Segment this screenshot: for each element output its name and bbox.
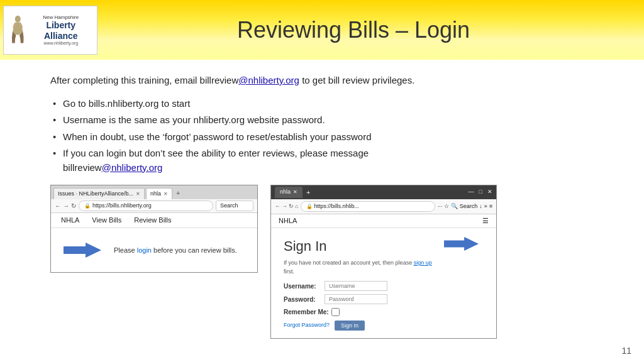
- bullet-item-2: Username is the same as your nhliberty.o…: [50, 113, 594, 128]
- main-content: After completing this training, email bi…: [0, 60, 644, 345]
- username-input[interactable]: [325, 281, 387, 291]
- page-number: 11: [621, 346, 631, 356]
- logo-main-text: Liberty Alliance: [30, 20, 92, 41]
- tab-nhla-right-label: nhla: [280, 188, 291, 197]
- login-link[interactable]: login: [137, 246, 152, 254]
- password-row: Password:: [284, 294, 444, 304]
- right-actions: ··· ☆ 🔍 Search ↓ » ≡: [438, 202, 492, 211]
- address-bar-right: ← → ↻ ⌂ 🔒 https://bills.nhlib... ··· ☆ 🔍…: [271, 199, 496, 214]
- bullet-item-1: Go to bills.nhliberty.org to start: [50, 97, 594, 111]
- new-tab-btn-left[interactable]: +: [174, 187, 182, 200]
- lock-icon-right: 🔒: [306, 203, 313, 211]
- logo-area: New Hampshire Liberty Alliance www.nhlib…: [0, 2, 101, 58]
- tab-nhla-left[interactable]: nhla ✕: [146, 188, 172, 199]
- nav-review-bills[interactable]: Review Bills: [134, 215, 171, 226]
- restore-btn[interactable]: □: [479, 188, 482, 197]
- intro-after: to get bill review privileges.: [299, 75, 414, 85]
- remember-me-label: Remember Me:: [284, 307, 329, 317]
- sign-in-note: If you have not created an account yet, …: [284, 259, 444, 276]
- arrow-left-icon: [64, 241, 101, 259]
- url-text-right: https://bills.nhlib...: [314, 202, 359, 211]
- tab-right-close[interactable]: ✕: [293, 189, 297, 196]
- sign-in-button[interactable]: Sign In: [335, 321, 365, 331]
- forward-btn[interactable]: →: [63, 201, 69, 211]
- nav-view-bills[interactable]: View Bills: [92, 215, 121, 226]
- forgot-password-link[interactable]: Forgot Password?: [284, 321, 330, 330]
- reload-btn-right[interactable]: ↻: [289, 202, 294, 211]
- minimize-btn[interactable]: —: [469, 188, 474, 197]
- logo-sub-text: www.nhliberty.org: [30, 41, 92, 45]
- intro-before: After completing this training, email bi…: [50, 75, 238, 85]
- nav-buttons-left: ← → ↻: [55, 201, 76, 211]
- address-bar-left: ← → ↻ 🔒 https://bills.nhliberty.org Sear…: [51, 199, 257, 213]
- hamburger-icon[interactable]: ☰: [482, 216, 489, 226]
- sign-in-form: Sign In If you have not created an accou…: [284, 236, 444, 331]
- email-link[interactable]: @nhliberty.org: [238, 75, 299, 85]
- tab-bar-left: Issues · NHLibertyAlliance/b... ✕ nhla ✕…: [51, 185, 257, 199]
- page-title: Reviewing Bills – Login: [101, 17, 644, 43]
- home-btn-right[interactable]: ⌂: [295, 202, 298, 211]
- window-controls: — □ ✕: [469, 188, 492, 197]
- svg-marker-2: [444, 237, 479, 251]
- remember-me-checkbox[interactable]: [331, 308, 340, 316]
- password-input[interactable]: [325, 294, 387, 304]
- more-btn[interactable]: ···: [438, 202, 443, 211]
- liberty-figure-icon: [9, 14, 26, 46]
- remember-me-row: Remember Me:: [284, 307, 444, 317]
- sign-up-link[interactable]: sign up: [414, 260, 432, 266]
- sign-in-heading: Sign In: [284, 236, 444, 256]
- back-btn-right[interactable]: ←: [275, 202, 280, 211]
- forgot-row: Forgot Password? Sign In: [284, 321, 444, 331]
- bullet4-part2: billreview: [63, 162, 102, 173]
- ext-btn[interactable]: »: [484, 202, 487, 211]
- bullet-list: Go to bills.nhliberty.org to start Usern…: [50, 97, 594, 175]
- download-btn[interactable]: ↓: [479, 202, 482, 211]
- right-content-area: Sign In If you have not created an accou…: [271, 228, 496, 338]
- browser-nav-left: NHLA View Bills Review Bills: [51, 213, 257, 228]
- logo-box: New Hampshire Liberty Alliance www.nhlib…: [3, 6, 97, 55]
- search-input-right[interactable]: 🔍 Search: [451, 202, 477, 211]
- header: New Hampshire Liberty Alliance www.nhlib…: [0, 0, 644, 60]
- arrow-right-icon: [444, 236, 479, 252]
- tab-nhla-left-close[interactable]: ✕: [164, 190, 168, 198]
- svg-point-0: [15, 15, 21, 22]
- screenshots-row: Issues · NHLibertyAlliance/b... ✕ nhla ✕…: [50, 185, 594, 339]
- logo-top-text: New Hampshire: [30, 14, 92, 20]
- right-nav-bar: NHLA ☰: [271, 214, 496, 228]
- forward-btn-right[interactable]: →: [282, 202, 287, 211]
- login-message: Please login before you can review bills…: [114, 245, 237, 256]
- right-nav-nhla[interactable]: NHLA: [279, 216, 297, 226]
- intro-paragraph: After completing this training, email bi…: [50, 74, 594, 88]
- bullet4-link[interactable]: @nhliberty.org: [102, 162, 163, 173]
- username-label: Username:: [284, 282, 325, 291]
- tab-nhla-right[interactable]: nhla ✕: [275, 187, 303, 198]
- nav-buttons-right: ← → ↻ ⌂: [275, 202, 298, 211]
- browser-content-left: Please login before you can review bills…: [51, 228, 257, 272]
- tab-issues[interactable]: Issues · NHLibertyAlliance/b... ✕: [53, 188, 145, 199]
- bullet-item-3: When in doubt, use the ‘forgot’ password…: [50, 130, 594, 145]
- tab-nhla-left-label: nhla: [150, 190, 161, 199]
- svg-marker-1: [64, 243, 101, 258]
- tab-issues-label: Issues · NHLibertyAlliance/b...: [58, 190, 133, 199]
- bullet-item-4: If you can login but don’t see the abili…: [50, 146, 594, 175]
- title-bar-left: nhla ✕ +: [275, 187, 310, 198]
- arrow-right-container: [444, 236, 479, 258]
- bullet4-part1: If you can login but don’t see the abili…: [63, 148, 369, 158]
- back-btn[interactable]: ←: [55, 201, 61, 211]
- title-bar-right: nhla ✕ + — □ ✕: [271, 185, 496, 199]
- reload-btn[interactable]: ↻: [71, 201, 76, 211]
- browser-screenshot-right: nhla ✕ + — □ ✕ ← → ↻ ⌂: [270, 185, 497, 339]
- lock-icon-left: 🔒: [84, 202, 91, 210]
- url-box-left[interactable]: 🔒 https://bills.nhliberty.org: [79, 200, 213, 212]
- close-btn[interactable]: ✕: [487, 188, 492, 197]
- nav-nhla[interactable]: NHLA: [61, 215, 79, 226]
- menu-btn[interactable]: ≡: [489, 202, 492, 211]
- add-tab-right[interactable]: +: [306, 187, 310, 198]
- fav-btn[interactable]: ☆: [444, 202, 449, 211]
- tab-issues-close[interactable]: ✕: [136, 190, 140, 198]
- browser-screenshot-left: Issues · NHLibertyAlliance/b... ✕ nhla ✕…: [50, 185, 258, 273]
- url-box-right[interactable]: 🔒 https://bills.nhlib...: [301, 201, 435, 212]
- search-box-left[interactable]: Search: [216, 200, 253, 212]
- username-row: Username:: [284, 281, 444, 291]
- url-text-left: https://bills.nhliberty.org: [92, 202, 152, 211]
